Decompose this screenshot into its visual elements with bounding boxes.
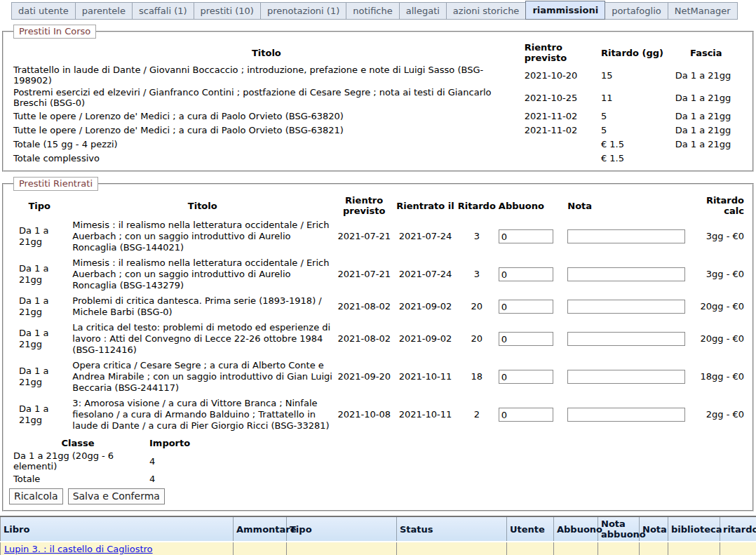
table-row: Da 1 a 21gg Problemi di critica dantesca…: [9, 293, 747, 320]
abbuono-input[interactable]: [499, 370, 553, 384]
cell-ritardo: 2: [457, 396, 497, 434]
cell-rientro: 2021-10-25: [521, 86, 598, 109]
cell-ritardo: 0: [720, 542, 756, 555]
col-header-titolo: Titolo: [9, 41, 521, 64]
col-header-libro: Libro: [1, 516, 234, 542]
tab-prenotazioni[interactable]: prenotazioni (1): [260, 2, 346, 20]
cell-totale-label: Totale: [9, 472, 148, 486]
abbuono-input[interactable]: [499, 267, 553, 281]
cell-tipo: Da 1 a 21gg: [9, 320, 71, 358]
tab-portafoglio[interactable]: portafoglio: [605, 2, 668, 20]
col-header-ritardo: ritardo: [720, 516, 756, 542]
cell-totale-importo: 4: [148, 472, 211, 486]
cell-ritardo-calc: 3gg - €0: [693, 255, 747, 293]
cell-rientro-previsto: 2021-07-21: [334, 255, 394, 293]
table-header-row: Titolo Rientro previsto Ritardo (gg) Fas…: [9, 41, 747, 64]
col-header-titolo: Titolo: [71, 194, 334, 218]
cell-ritardo-calc: 18gg - €0: [693, 358, 747, 396]
cell-rientro-previsto: 2021-09-20: [334, 358, 394, 396]
table-row: Tutte le opere / Lorenzo de' Medici ; a …: [9, 123, 747, 137]
cell-ritardo: 11: [598, 86, 667, 109]
cell-ritardo-calc: 2gg - €0: [693, 396, 747, 434]
cell-rientro: 2021-11-02: [521, 123, 598, 137]
prestiti-in-corso-table: Titolo Rientro previsto Ritardo (gg) Fas…: [9, 41, 747, 165]
cell-rientrato-il: 2021-09-02: [394, 320, 457, 358]
abbuono-input[interactable]: [499, 300, 553, 314]
table-header-row: Libro Ammontare Tipo Status Utente Abbuo…: [1, 516, 756, 542]
fasce-summary-table: Classe Importo Da 1 a 21gg (20gg - 6 ele…: [9, 436, 211, 486]
cell-titolo: Postremi esercizi ed elzeviri / Gianfran…: [9, 86, 521, 109]
salva-e-conferma-button[interactable]: Salva e Conferma: [68, 488, 165, 504]
storico-riammissioni-table: Libro Ammontare Tipo Status Utente Abbuo…: [0, 516, 756, 555]
table-row: Trattatello in laude di Dante / Giovanni…: [9, 64, 747, 86]
tab-notifiche[interactable]: notifiche: [346, 2, 399, 20]
cell-ammontare: 0.00: [234, 542, 287, 555]
nota-input[interactable]: [567, 370, 685, 384]
cell-fascia: Da 1 a 21gg: [667, 109, 747, 123]
tab-riammissioni[interactable]: riammissioni: [525, 1, 605, 20]
nota-input[interactable]: [567, 408, 685, 422]
col-header-importo: Importo: [148, 436, 211, 450]
abbuono-input[interactable]: [499, 408, 553, 422]
tab-allegati[interactable]: allegati: [399, 2, 447, 20]
cell-status: Chiusa: [397, 542, 507, 555]
nota-input[interactable]: [567, 300, 685, 314]
cell-titolo: Tutte le opere / Lorenzo de' Medici ; a …: [9, 123, 521, 137]
tab-prestiti[interactable]: prestiti (10): [194, 2, 261, 20]
col-header-tipo: Tipo: [287, 516, 397, 542]
prestiti-rientrati-legend: Prestiti Rientrati: [13, 177, 98, 191]
grand-total-row: Totale complessivo € 1.5: [9, 151, 747, 165]
libro-link[interactable]: Lupin 3. : il castello di Cagliostro [Vi…: [4, 544, 229, 555]
cell-titolo: Problemi di critica dantesca. Prima seri…: [71, 293, 334, 320]
cell-abbuono: 0: [554, 542, 598, 555]
col-header-abbuono: Abbuono: [497, 194, 566, 218]
col-header-classe: Classe: [9, 436, 148, 450]
cell-rientro-previsto: 2021-07-21: [334, 218, 394, 255]
tab-netmanager[interactable]: NetManager: [668, 2, 738, 20]
cell-fascia: Da 1 a 21gg: [667, 64, 747, 86]
abbuono-input[interactable]: [499, 229, 553, 243]
cell-ritardo-calc: 20gg - €0: [693, 293, 747, 320]
cell-rientro: 2021-11-02: [521, 109, 598, 123]
cell-titolo: Tutte le opere / Lorenzo de' Medici ; a …: [9, 109, 521, 123]
cell-fascia: [667, 151, 747, 165]
table-header-row: Tipo Titolo Rientro previsto Rientrato i…: [9, 194, 747, 218]
table-row: Da 1 a 21gg Mimesis : il realismo nella …: [9, 218, 747, 255]
table-row: Da 1 a 21gg La critica del testo: proble…: [9, 320, 747, 358]
table-row: Lupin 3. : il castello di Cagliostro [Vi…: [1, 542, 756, 555]
col-header-abbuono: Abbuono: [554, 516, 598, 542]
cell-tipo: [287, 542, 397, 555]
nota-input[interactable]: [567, 267, 685, 281]
tab-azioni-storiche[interactable]: azioni storiche: [446, 2, 527, 20]
abbuono-input[interactable]: [499, 332, 553, 346]
nota-input[interactable]: [567, 332, 685, 346]
action-buttons: Ricalcola Salva e Conferma: [9, 488, 747, 504]
cell-nota: [640, 542, 668, 555]
cell-tipo: Da 1 a 21gg: [9, 255, 71, 293]
nota-input[interactable]: [567, 229, 685, 243]
col-header-biblioteca: biblioteca: [668, 516, 720, 542]
cell-ritardo: 15: [598, 64, 667, 86]
col-header-ritardo: Ritardo: [457, 194, 497, 218]
prestiti-in-corso-legend: Prestiti In Corso: [13, 25, 96, 39]
col-header-utente: Utente: [507, 516, 554, 542]
table-row: Da 1 a 21gg 3: Amorosa visione / a cura …: [9, 396, 747, 434]
tab-scaffali[interactable]: scaffali (1): [132, 2, 194, 20]
table-row: Da 1 a 21gg Opera critica / Cesare Segre…: [9, 358, 747, 396]
tab-parentele[interactable]: parentele: [75, 2, 133, 20]
cell-tipo: Da 1 a 21gg: [9, 218, 71, 255]
tab-dati-utente[interactable]: dati utente: [11, 2, 76, 20]
col-header-rientro-previsto: Rientro previsto: [334, 194, 394, 218]
prestiti-rientrati-panel: Prestiti Rientrati Tipo Titolo Rientro p…: [2, 177, 754, 511]
cell-ritardo: 5: [598, 109, 667, 123]
col-header-ritardo-gg: Ritardo (gg): [598, 41, 667, 64]
ricalcola-button[interactable]: Ricalcola: [9, 488, 63, 504]
cell-ritardo: 3: [457, 218, 497, 255]
cell-ritardo: 5: [598, 123, 667, 137]
cell-libro: Lupin 3. : il castello di Cagliostro [Vi…: [1, 542, 234, 555]
cell-titolo: Mimesis : il realismo nella letteratura …: [71, 255, 334, 293]
cell-rientrato-il: 2021-07-24: [394, 218, 457, 255]
cell-ritardo: 20: [457, 293, 497, 320]
col-header-rientro-previsto: Rientro previsto: [521, 41, 598, 64]
cell-titolo: La critica del testo: problemi di metodo…: [71, 320, 334, 358]
